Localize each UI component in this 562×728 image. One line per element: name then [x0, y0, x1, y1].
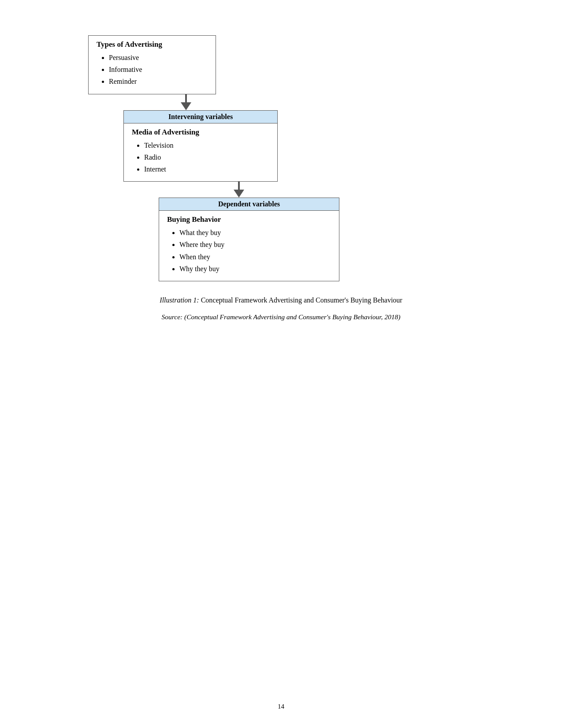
- arrow-shaft-2: [238, 182, 240, 190]
- list-item: Where they buy: [179, 239, 331, 250]
- buying-behavior-list: What they buy Where they buy When they W…: [167, 227, 331, 275]
- list-item: Informative: [109, 63, 208, 75]
- arrow-shaft-1: [185, 94, 187, 102]
- list-item: Why they buy: [179, 263, 331, 275]
- arrow-head-2: [234, 190, 244, 198]
- page-number: 14: [278, 703, 284, 710]
- list-item: Radio: [144, 151, 269, 163]
- types-of-advertising-list: Persuasive Informative Reminder: [97, 52, 208, 88]
- arrow-1: [181, 94, 191, 110]
- buying-behavior-title: Buying Behavior: [167, 215, 331, 224]
- arrow-2: [234, 182, 244, 198]
- intervening-variables-header: Intervening variables: [123, 110, 278, 123]
- types-of-advertising-box: Types of Advertising Persuasive Informat…: [88, 35, 216, 94]
- list-item: Internet: [144, 163, 269, 175]
- diagram-container: Types of Advertising Persuasive Informat…: [88, 35, 509, 281]
- dependent-variables-header: Dependent variables: [159, 198, 339, 211]
- source-caption: Source: (Conceptual Framework Advertisin…: [53, 312, 509, 323]
- media-of-advertising-list: Television Radio Internet: [132, 139, 269, 175]
- list-item: Reminder: [109, 75, 208, 87]
- arrow-head-1: [181, 102, 191, 110]
- illustration-label: Illustration 1:: [160, 296, 199, 304]
- dependent-variables-section: Dependent variables Buying Behavior What…: [159, 198, 339, 281]
- list-item: Television: [144, 139, 269, 151]
- media-of-advertising-title: Media of Advertising: [132, 128, 269, 137]
- page: Types of Advertising Persuasive Informat…: [0, 0, 562, 728]
- illustration-text: Conceptual Framework Advertising and Con…: [201, 296, 402, 304]
- caption-area: Illustration 1: Conceptual Framework Adv…: [53, 295, 509, 323]
- types-of-advertising-title: Types of Advertising: [97, 40, 208, 49]
- list-item: Persuasive: [109, 52, 208, 63]
- list-item: When they: [179, 251, 331, 263]
- list-item: What they buy: [179, 227, 331, 239]
- buying-behavior-box: Buying Behavior What they buy Where they…: [159, 211, 339, 281]
- media-of-advertising-box: Media of Advertising Television Radio In…: [123, 123, 278, 182]
- illustration-caption: Illustration 1: Conceptual Framework Adv…: [53, 295, 509, 306]
- intervening-variables-section: Intervening variables Media of Advertisi…: [123, 110, 278, 182]
